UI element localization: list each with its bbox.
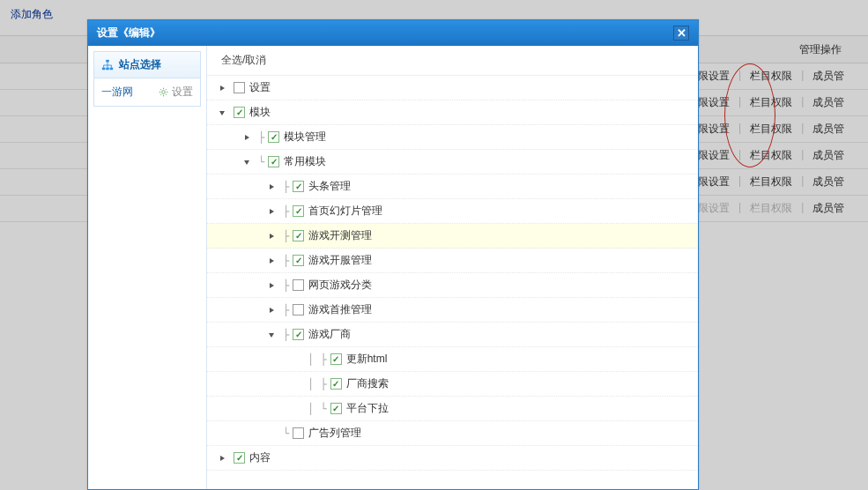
- dialog-close-button[interactable]: ✕: [673, 26, 689, 41]
- tree-checkbox[interactable]: ✓: [330, 403, 342, 414]
- tree-node-label: 内容: [249, 450, 271, 465]
- site-settings-link[interactable]: 设置: [158, 85, 193, 100]
- svg-rect-0: [106, 59, 109, 62]
- tree-checkbox[interactable]: ✓: [293, 181, 304, 192]
- sidebar-header-text: 站点选择: [119, 57, 161, 72]
- sidebar-site-item[interactable]: 一游网 设置: [94, 78, 200, 106]
- check-icon: ✓: [295, 330, 302, 339]
- sitemap-icon: [101, 59, 114, 71]
- caret-right-icon[interactable]: [267, 281, 276, 290]
- check-icon: ✓: [295, 182, 302, 191]
- svg-line-12: [166, 89, 167, 90]
- tree-branch-glyph: └: [283, 427, 289, 440]
- tree-branch-glyph: ├: [283, 255, 289, 267]
- select-all-toggle[interactable]: 全选/取消: [207, 46, 698, 76]
- svg-line-10: [166, 94, 167, 95]
- tree-node-label: 游戏开测管理: [308, 228, 372, 243]
- tree-branch-glyph: ├: [283, 230, 289, 242]
- tree-branch-glyph: ├: [283, 279, 289, 292]
- tree-node[interactable]: ├✓游戏厂商: [207, 323, 698, 347]
- tree-branch-glyph: └: [258, 156, 264, 168]
- site-name: 一游网: [101, 85, 133, 100]
- tree-node-label: 游戏首推管理: [308, 302, 372, 317]
- check-icon: ✓: [295, 232, 302, 241]
- caret-placeholder: [292, 405, 300, 413]
- svg-line-9: [160, 89, 161, 90]
- check-icon: ✓: [332, 355, 339, 364]
- tree-checkbox[interactable]: ✓: [293, 230, 304, 241]
- dialog-titlebar: 设置《编辑》 ✕: [88, 20, 698, 46]
- tree-node-label: 模块管理: [284, 130, 326, 145]
- tree-node-label: 网页游戏分类: [308, 278, 372, 293]
- tree-checkbox[interactable]: ✓: [293, 255, 304, 266]
- tree-node-label: 首页幻灯片管理: [308, 204, 382, 219]
- tree-node-label: 厂商搜索: [346, 376, 389, 391]
- tree-node-label: 模块: [249, 105, 271, 120]
- tree-checkbox[interactable]: [293, 427, 304, 439]
- tree-scroll-area[interactable]: 设置✓模块├✓模块管理└✓常用模块├✓头条管理├✓首页幻灯片管理├✓游戏开测管理…: [207, 76, 698, 489]
- check-icon: ✓: [236, 454, 243, 463]
- tree-branch-glyph: │ ├: [308, 378, 327, 390]
- tree-checkbox[interactable]: ✓: [293, 205, 304, 217]
- check-icon: ✓: [271, 133, 278, 142]
- tree-node-label: 游戏厂商: [308, 327, 351, 342]
- tree-node[interactable]: ├游戏首推管理: [207, 298, 698, 323]
- tree-panel: 全选/取消 设置✓模块├✓模块管理└✓常用模块├✓头条管理├✓首页幻灯片管理├✓…: [206, 46, 698, 489]
- tree-branch-glyph: ├: [283, 205, 289, 218]
- tree-node[interactable]: ├✓模块管理: [207, 125, 698, 150]
- tree-checkbox[interactable]: ✓: [330, 353, 342, 365]
- check-icon: ✓: [295, 256, 302, 265]
- gear-icon: [158, 86, 169, 98]
- tree-checkbox[interactable]: ✓: [234, 107, 245, 118]
- caret-right-icon[interactable]: [218, 84, 226, 93]
- caret-right-icon[interactable]: [267, 256, 276, 265]
- tree-checkbox[interactable]: ✓: [268, 156, 279, 167]
- tree-node[interactable]: └✓常用模块: [207, 150, 698, 174]
- caret-down-icon[interactable]: [218, 108, 226, 117]
- tree-branch-glyph: │ ├: [308, 353, 327, 366]
- tree-node[interactable]: ├✓游戏开服管理: [207, 249, 698, 273]
- tree-node[interactable]: │ ├✓厂商搜索: [207, 372, 698, 397]
- tree-node-label: 常用模块: [284, 154, 326, 169]
- tree-node[interactable]: ├✓头条管理: [207, 174, 698, 199]
- tree-checkbox[interactable]: ✓: [234, 452, 245, 464]
- check-icon: ✓: [236, 108, 243, 117]
- caret-right-icon[interactable]: [242, 133, 251, 142]
- tree-node[interactable]: ├✓首页幻灯片管理: [207, 199, 698, 224]
- caret-placeholder: [267, 429, 276, 438]
- tree-checkbox[interactable]: [293, 304, 304, 316]
- tree-node-label: 更新html: [346, 352, 388, 367]
- caret-right-icon[interactable]: [267, 232, 276, 241]
- tree-node[interactable]: └广告列管理: [207, 421, 698, 446]
- tree-checkbox[interactable]: [293, 279, 304, 291]
- svg-point-4: [162, 91, 166, 94]
- caret-right-icon[interactable]: [267, 182, 276, 191]
- tree-node[interactable]: ├网页游戏分类: [207, 273, 698, 298]
- caret-right-icon[interactable]: [267, 306, 276, 315]
- tree-node-label: 游戏开服管理: [308, 253, 372, 268]
- tree-node[interactable]: │ └✓平台下拉: [207, 397, 698, 421]
- tree-node[interactable]: │ ├✓更新html: [207, 347, 698, 372]
- tree-node[interactable]: 设置: [207, 76, 698, 100]
- tree-checkbox[interactable]: [234, 82, 245, 93]
- sidebar-header: 站点选择: [94, 52, 200, 78]
- tree-node-label: 广告列管理: [308, 426, 361, 441]
- check-icon: ✓: [332, 380, 339, 389]
- tree-checkbox[interactable]: ✓: [293, 329, 304, 340]
- tree-checkbox[interactable]: ✓: [330, 378, 342, 390]
- tree-node-label: 头条管理: [308, 179, 351, 194]
- tree-branch-glyph: ├: [283, 181, 289, 193]
- svg-line-11: [160, 94, 161, 95]
- caret-down-icon[interactable]: [242, 158, 251, 167]
- caret-down-icon[interactable]: [267, 330, 276, 339]
- svg-rect-2: [106, 67, 109, 70]
- tree-branch-glyph: │ └: [308, 403, 327, 415]
- check-icon: ✓: [295, 207, 302, 216]
- tree-node[interactable]: ├✓游戏开测管理: [207, 224, 698, 249]
- tree-node[interactable]: ✓内容: [207, 446, 698, 471]
- tree-checkbox[interactable]: ✓: [268, 131, 279, 143]
- tree-branch-glyph: ├: [283, 304, 289, 316]
- caret-right-icon[interactable]: [218, 454, 226, 463]
- tree-node[interactable]: ✓模块: [207, 100, 698, 125]
- caret-right-icon[interactable]: [267, 207, 276, 216]
